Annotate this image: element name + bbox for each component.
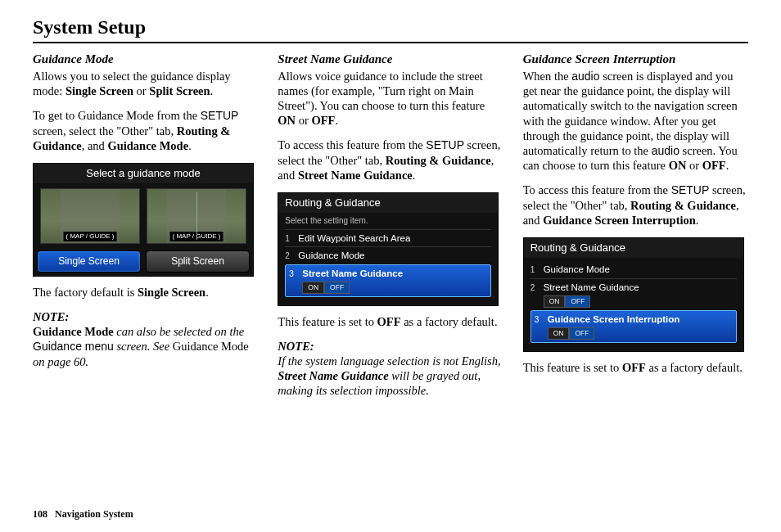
text: . [413, 169, 416, 182]
text-bold: ON [669, 159, 687, 172]
preview-label: ( MAP / GUIDE ) [64, 232, 117, 241]
screenshot-title: Routing & Guidance [278, 193, 498, 213]
guidance-buttons: Single Screen Split Screen [34, 247, 253, 276]
screenshot-routing-guidance-gsi: Routing & Guidance 1 Guidance Mode 2 Str… [523, 237, 744, 352]
screenshot-title: Routing & Guidance [524, 238, 743, 258]
split-screen-button[interactable]: Split Screen [146, 250, 250, 273]
toggle-off[interactable]: OFF [324, 282, 350, 294]
gsi-paragraph-intro: When the audio screen is displayed and y… [523, 69, 748, 174]
toggle-off[interactable]: OFF [565, 295, 590, 308]
item-number: 1 [530, 264, 539, 276]
text: as a factory default. [646, 361, 743, 374]
text-italic: on page 60. [33, 355, 88, 368]
item-label: Guidance Mode [544, 264, 610, 274]
page-title: System Setup [33, 16, 748, 38]
text: This feature is set to [523, 361, 622, 374]
list-item[interactable]: 2 Guidance Mode [285, 246, 491, 264]
text-sans: SETUP [201, 109, 239, 122]
title-rule [33, 42, 748, 43]
guidance-previews: ( MAP / GUIDE ) ( MAP / GUIDE ) [34, 183, 253, 247]
text: . [726, 159, 729, 172]
text-sans: audio [571, 70, 599, 83]
text-sans: SETUP [671, 183, 710, 196]
column-guidance-mode: Guidance Mode Allows you to select the g… [33, 52, 258, 398]
text-bold: Single Screen [138, 286, 205, 299]
screenshot-guidance-mode: Select a guidance mode ( MAP / GUIDE ) (… [33, 163, 254, 277]
item-label: Edit Waypoint Search Area [298, 233, 410, 243]
toggle-on[interactable]: ON [302, 282, 324, 294]
on-off-toggle[interactable]: ONOFF [548, 327, 595, 340]
text: . [205, 286, 209, 299]
list-item[interactable]: 2 Street Name Guidance ONOFF [530, 278, 737, 310]
text-bold: OFF [622, 361, 646, 374]
gm-paragraph-access: To get to Guidance Mode from the SETUP s… [33, 108, 258, 153]
column-container: Guidance Mode Allows you to select the g… [33, 52, 748, 398]
text-sans: audio [652, 144, 679, 157]
text: , and [82, 139, 108, 152]
subhead-guidance-mode: Guidance Mode [33, 52, 258, 67]
gsi-paragraph-access: To access this feature from the SETUP sc… [523, 183, 748, 228]
on-off-toggle[interactable]: ONOFF [302, 282, 350, 294]
column-guidance-screen-interruption: Guidance Screen Interruption When the au… [523, 52, 748, 398]
toggle-on[interactable]: ON [548, 327, 570, 340]
screenshot-subtitle: Select the setting item. [285, 216, 491, 227]
screenshot-routing-guidance-sng: Routing & Guidance Select the setting it… [278, 192, 499, 306]
text: . [188, 139, 192, 152]
list-item[interactable]: 1 Edit Waypoint Search Area [285, 229, 491, 247]
text-bold: Guidance Screen Interruption [543, 214, 696, 227]
text: To access this feature from the [523, 183, 671, 196]
item-number: 3 [289, 268, 297, 280]
text: Guidance Mode [173, 340, 249, 353]
text-italic: If the system language selection is not … [278, 354, 500, 367]
text-bold: ON [278, 114, 296, 127]
item-label: Street Name Guidance [544, 282, 639, 292]
text: Allows voice guidance to include the str… [278, 70, 485, 112]
subhead-street-name-guidance: Street Name Guidance [278, 52, 503, 67]
text-bold: OFF [311, 114, 335, 127]
toggle-off[interactable]: OFF [569, 327, 594, 340]
sng-paragraph-default: This feature is set to OFF as a factory … [278, 314, 503, 329]
column-street-name-guidance: Street Name Guidance Allows voice guidan… [278, 52, 503, 398]
preview-single-screen: ( MAP / GUIDE ) [40, 188, 140, 244]
on-off-toggle[interactable]: ONOFF [544, 295, 591, 308]
single-screen-button[interactable]: Single Screen [37, 250, 141, 273]
text: or [133, 84, 149, 97]
text: When the [523, 70, 572, 83]
text: This feature is set to [278, 315, 377, 328]
sng-note: NOTE: If the system language selection i… [278, 339, 503, 399]
list-item-selected[interactable]: 3 Street Name Guidance ONOFF [285, 264, 491, 297]
text: as a factory default. [401, 315, 498, 328]
item-number: 2 [285, 250, 293, 262]
gm-note: NOTE: Guidance Mode can also be selected… [33, 309, 258, 369]
text: To get to Guidance Mode from the [33, 109, 201, 122]
screenshot-title: Select a guidance mode [34, 164, 253, 183]
subhead-guidance-screen-interruption: Guidance Screen Interruption [523, 52, 748, 67]
item-number: 2 [530, 282, 539, 294]
text-italic: screen. See [114, 340, 173, 353]
text-sans: SETUP [426, 138, 464, 151]
list-item[interactable]: 1 Guidance Mode [530, 261, 737, 278]
text-bold: Street Name Guidance [298, 169, 413, 182]
gm-paragraph-intro: Allows you to select the guidance displa… [33, 69, 258, 98]
text-sans: Guidance menu [33, 340, 114, 353]
sng-paragraph-intro: Allows voice guidance to include the str… [278, 69, 503, 128]
book-title: Navigation System [55, 508, 133, 520]
note-label: NOTE: [278, 340, 314, 353]
item-number: 1 [285, 232, 293, 245]
sng-paragraph-access: To access this feature from the SETUP sc… [278, 138, 503, 183]
text: The factory default is [33, 286, 138, 299]
text: . [696, 214, 699, 227]
text: . [210, 84, 214, 97]
toggle-on[interactable]: ON [544, 295, 566, 308]
note-label: NOTE: [33, 310, 69, 323]
list-item-selected[interactable]: 3 Guidance Screen Interruption ONOFF [530, 310, 737, 343]
text-bold-italic: Street Name Guidance [278, 369, 388, 382]
text-bold: Routing & Guidance [630, 199, 736, 212]
text: or [296, 114, 311, 127]
text: screen, select the "Other" tab, [33, 124, 177, 138]
item-label: Street Name Guidance [302, 268, 403, 278]
item-label: Guidance Screen Interruption [548, 314, 680, 324]
text-italic: can also be selected on the [114, 325, 244, 338]
item-label: Guidance Mode [298, 250, 364, 260]
gm-paragraph-default: The factory default is Single Screen. [33, 285, 258, 300]
